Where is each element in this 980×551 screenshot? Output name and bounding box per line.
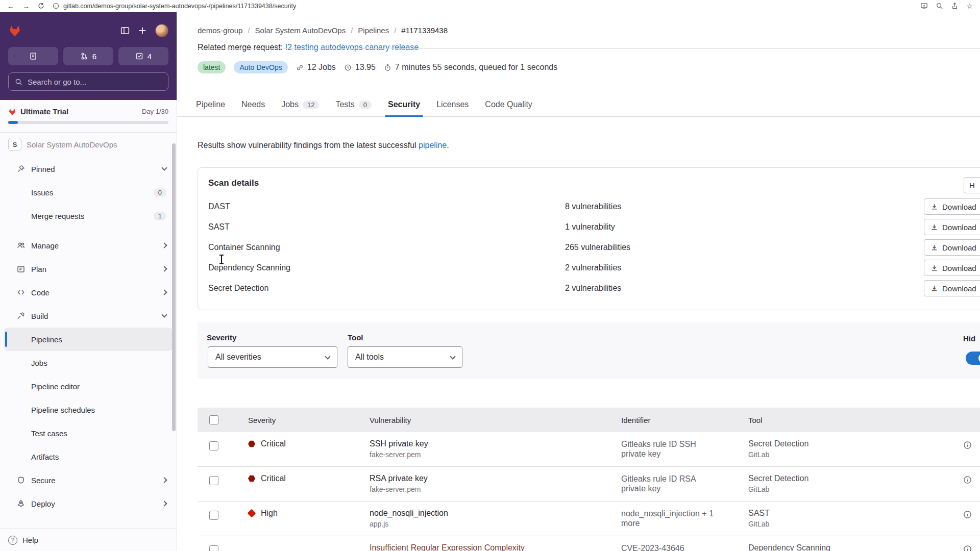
tab-pipeline[interactable]: Pipeline [188,93,233,116]
info-icon[interactable] [963,510,972,519]
severity-label: High [261,509,278,518]
select-all-checkbox[interactable] [209,415,218,424]
nav-label: Test cases [31,429,67,438]
download-icon [930,285,938,292]
sidebar-item-test-cases[interactable]: Test cases [4,421,173,445]
sidebar-item-jobs[interactable]: Jobs [4,351,173,374]
vuln-row[interactable]: Critical SSH private key fake-server.pem… [198,432,980,467]
search-input[interactable]: Search or go to... [8,72,168,91]
share-icon[interactable] [951,2,959,10]
identifier-text: node_nosqli_injection + 1 more [621,509,716,528]
download-sast-button[interactable]: Download [924,219,980,235]
row-checkbox[interactable] [209,545,218,551]
sidebar-section-build[interactable]: Build [4,304,173,328]
table-header: Severity Vulnerability Identifier Tool [198,408,980,432]
info-icon[interactable] [963,441,972,449]
browser-back-icon[interactable]: ← [7,3,14,10]
vulnerability-title[interactable]: RSA private key [370,474,609,483]
tab-tests[interactable]: Tests0 [327,93,380,116]
tab-jobs[interactable]: Jobs12 [273,93,327,116]
create-new-icon[interactable] [138,26,147,35]
sidebar-toggle-icon[interactable] [120,26,130,35]
sidebar-item-manage[interactable]: Manage [4,234,173,257]
sidebar-item-artifacts[interactable]: Artifacts [4,445,173,468]
todo-shortcut-button[interactable]: 4 [118,47,168,65]
download-dependency-scanning-button[interactable]: Download [924,260,980,276]
vulnerability-title[interactable]: node_nosqli_injection [370,509,609,518]
vuln-row[interactable]: Insufficient Regular Expression Complexi… [198,536,980,551]
row-checkbox[interactable] [209,511,218,520]
trial-widget[interactable]: Ultimate Trial Day 1/30 [0,100,177,133]
project-context-item[interactable]: S Solar System AutoDevOps [0,133,177,156]
sidebar-scrollbar[interactable] [172,143,176,431]
issues-shortcut-button[interactable] [8,47,58,65]
breadcrumb-separator: / [248,26,250,35]
sidebar-item-pipelines[interactable]: Pipelines [4,328,173,351]
sidebar-item-secure[interactable]: Secure [4,468,173,492]
issues-icon [29,52,37,60]
sidebar-item-plan[interactable]: Plan [4,257,173,281]
gitlab-logo-icon[interactable] [8,24,21,37]
tab-licenses[interactable]: Licenses [428,93,477,116]
scan-row-secret-detection: Secret Detection 2 vulnerabilities Downl… [198,278,980,298]
tab-needs[interactable]: Needs [233,93,273,116]
scan-name: SAST [208,222,230,232]
merge-requests-shortcut-button[interactable]: 6 [63,47,113,65]
tool-name: Secret Detection [748,474,951,483]
hide-dismissed-toggle[interactable] [966,352,980,365]
chevron-down-icon [161,165,167,170]
download-dast-button[interactable]: Download [924,198,980,215]
sidebar-item-pipeline-schedules[interactable]: Pipeline schedules [4,398,173,421]
help-button[interactable]: ? Help [0,529,177,551]
breadcrumb-project[interactable]: Solar System AutoDevOps [255,26,346,35]
download-secret-detection-button[interactable]: Download [924,280,980,296]
sidebar-item-pipeline-editor[interactable]: Pipeline editor [4,374,173,398]
tab-code-quality[interactable]: Code Quality [477,93,541,116]
sidebar-item-code[interactable]: Code [4,281,173,304]
related-mr-link[interactable]: !2 testing autodevops canary release [285,43,419,52]
row-checkbox[interactable] [209,476,218,485]
severity-filter-dropdown[interactable]: All severities [208,346,337,368]
site-info-icon[interactable] [53,3,59,9]
zoom-icon[interactable] [936,2,943,10]
related-mr-label: Related merge request: [198,43,283,52]
browser-forward-icon[interactable]: → [22,3,30,10]
breadcrumb-pipelines[interactable]: Pipelines [358,26,389,35]
vulnerability-title[interactable]: Insufficient Regular Expression Complexi… [370,543,609,551]
url-text[interactable]: gitlab.com/demos-group/solar-system-auto… [63,3,296,10]
vuln-row[interactable]: High node_nosqli_injection app.js node_n… [198,502,980,536]
chevron-right-icon [161,500,167,506]
browser-reload-icon[interactable] [38,3,44,9]
mr-count-badge: 1 [154,212,166,220]
scan-details-action-button[interactable]: H [964,177,980,193]
issues-count-badge: 0 [154,188,166,197]
header-severity: Severity [236,416,358,424]
severity-label: Critical [261,439,286,448]
tests-tab-badge: 0 [359,101,372,109]
vuln-row[interactable]: Critical RSA private key fake-server.pem… [198,467,980,502]
download-container-scanning-button[interactable]: Download [924,239,980,256]
autodevops-badge[interactable]: Auto DevOps [234,61,287,73]
install-icon[interactable] [920,2,928,10]
breadcrumb-group[interactable]: demos-group [198,26,242,35]
bookmark-star-icon[interactable]: ☆ [966,3,973,10]
sidebar-section-pinned[interactable]: Pinned [4,157,173,181]
sidebar-item-deploy[interactable]: Deploy [4,492,173,515]
row-checkbox[interactable] [209,441,218,450]
tab-security[interactable]: Security [380,93,428,116]
sidebar-item-merge-requests[interactable]: Merge requests 1 [4,204,173,228]
tool-name: Secret Detection [748,439,951,448]
user-avatar[interactable] [155,24,168,37]
vulnerability-file: fake-server.pem [370,450,609,459]
results-note-text: Results show vulnerability findings from… [198,141,419,149]
pipeline-link[interactable]: pipeline [419,141,447,149]
tool-filter-dropdown[interactable]: All tools [348,346,462,368]
sidebar-item-issues[interactable]: Issues 0 [4,181,173,204]
results-note: Results show vulnerability findings from… [198,141,449,150]
jobs-count[interactable]: 12 Jobs [307,63,336,72]
info-icon[interactable] [963,475,972,484]
vulnerability-title[interactable]: SSH private key [370,439,609,448]
url-bar[interactable]: gitlab.com/demos-group/solar-system-auto… [53,3,912,10]
info-icon[interactable] [963,545,972,551]
mr-count: 6 [92,52,96,61]
